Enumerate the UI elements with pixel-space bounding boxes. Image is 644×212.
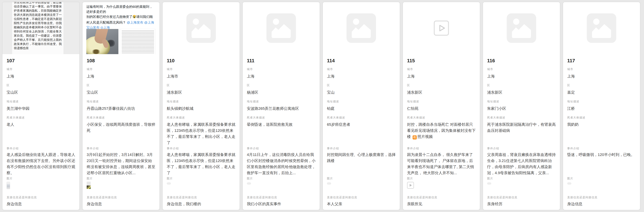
record-number: 108: [87, 58, 95, 64]
record-card[interactable]: 运输有时间，为什么跟居委会的60的菜能到，还好多是烂的 别的区都已经分发过几批物…: [82, 2, 160, 210]
field-label-district: 区: [487, 84, 556, 87]
field-value-address: 朱家门小区: [487, 105, 556, 112]
field-value-deceased: 老人患有哮喘，家属联系居委报备要求就医，12345也表示尽快，但是120依然来不…: [167, 121, 236, 146]
field-label-image: 图片: [567, 177, 636, 180]
field-label-deceased: 死者大体描述: [327, 116, 396, 120]
attachment-thumbnails: [167, 182, 171, 191]
field-value-event: 老人感染后物业街道无人跟进，导致老人在没有救援的情况下去世。另外该小区还有不少阳…: [6, 152, 75, 176]
field-label-direct-or-indirect: 直接信息还是间接信息: [327, 196, 396, 199]
field-value-address: 丹霞山路257弄馨佳园八街坊: [87, 105, 155, 112]
field-label-direct-or-indirect: 直接信息还是间接信息: [487, 196, 556, 199]
field-value-district: 浦东新区: [487, 89, 556, 95]
field-value-direct-or-indirect: 身边信息: [567, 201, 636, 207]
field-label-city: 城市: [327, 68, 396, 71]
field-label-city: 城市: [567, 68, 636, 71]
video-attachment-thumbnail[interactable]: [407, 182, 414, 189]
field-value-deceased: 小区保安，连续两周高强度值班，导致猝死: [87, 121, 155, 134]
field-value-address: 航头镇鹤沙航城: [167, 105, 236, 112]
record-card[interactable]: 115 城市 上海 区 浦东新区 地址描述 仁怡苑 死者大体描述 封控，跳楼自杀…: [402, 2, 480, 210]
image-placeholder-icon: [507, 13, 536, 43]
field-label-deceased: 死者大体描述: [487, 116, 556, 120]
empty-attachment-placeholder: [327, 182, 331, 184]
record-card[interactable]: 116 城市 上海 区 浦东新区 地址描述 朱家门小区 死者大体描述 死于浦东医…: [482, 2, 560, 210]
field-value-direct-or-indirect: 身边信息: [6, 201, 75, 207]
attachment-thumbnails: [247, 182, 251, 191]
image-placeholder-icon: [186, 13, 216, 43]
image-placeholder-icon: [266, 13, 296, 43]
notice-text: 分左右联系上中华西居委会，通过微信语音确认了这一事实。由于需要保护患者家属的隐私…: [14, 2, 62, 50]
field-value-district: 宝山区: [6, 89, 75, 95]
dense-text-thumbnail: [120, 29, 156, 54]
record-number: 115: [407, 58, 415, 64]
record-number: 107: [6, 58, 15, 64]
field-value-city: 上海: [487, 73, 556, 79]
card-cover-media: [323, 2, 400, 54]
empty-attachment-placeholder: [567, 182, 571, 184]
empty-attachment-placeholder: [487, 182, 491, 184]
record-card[interactable]: 111 城市 上海 区 杨浦区 地址描述 安波路265弄兰花教师公寓南区 死者大…: [242, 2, 320, 210]
record-number: 117: [567, 58, 575, 64]
field-value-direct-or-indirect: 我们小区的真实事件: [247, 201, 316, 207]
field-value-district: 浦东新区: [407, 89, 476, 95]
field-label-district: 区: [247, 84, 316, 87]
field-value-city: 上海: [327, 73, 396, 79]
field-value-event: 昏迷，呼吸微弱，120半小时到，已晚。: [567, 152, 636, 158]
field-label-direct-or-indirect: 直接信息还是间接信息: [6, 196, 75, 199]
field-value-deceased: 我奶奶: [567, 121, 636, 127]
field-label-district: 区: [327, 84, 396, 87]
mention-link[interactable]: @上海发布: [127, 21, 143, 24]
field-value-deceased: 65岁癌症患者: [327, 121, 396, 127]
field-value-direct-or-indirect: 身边信息，我们楼的: [167, 201, 236, 207]
field-label-district: 区: [6, 84, 75, 87]
field-label-district: 区: [87, 84, 155, 87]
has-photo-video-badge: 有: [412, 135, 417, 139]
record-card[interactable]: 110 城市 上海市 区 浦东新区 地址描述 航头镇鹤沙航城 死者大体描述 老人…: [162, 2, 240, 210]
tweet-text: 运输有时间，为什么跟居委会的60的菜能到，还好多是烂的 别的区都已经分发过几批物…: [86, 4, 156, 30]
record-card[interactable]: 114 城市 上海 区 宝山 地址描述 铂庭 死者大体描述 65岁癌症患者 事件…: [322, 2, 400, 210]
field-label-city: 城市: [247, 68, 316, 71]
loudly-crying-face-emoji: [132, 15, 136, 20]
field-value-district: 宝山: [327, 89, 396, 95]
rotten-cabbage-photo: [86, 29, 118, 54]
tweet-screenshot: 运输有时间，为什么跟居委会的60的菜能到，还好多是烂的 别的区都已经分发过几批物…: [82, 2, 160, 54]
field-label-direct-or-indirect: 直接信息还是间接信息: [247, 196, 316, 199]
field-label-image: 图片: [167, 177, 236, 180]
field-value-event: 4月11日上午，这位消毒防疫人员在给我们小区封控楼做消杀的时候突然晕倒，小区里有…: [247, 152, 316, 176]
field-label-district: 区: [407, 84, 476, 87]
field-label-district: 区: [567, 84, 636, 87]
record-card[interactable]: 117 城市 上海 区 嘉定 地址描述 江桥 死者大体描述 我奶奶 事件介绍 昏…: [563, 2, 640, 210]
field-label-direct-or-indirect: 直接信息还是间接信息: [407, 196, 476, 199]
field-label-event: 事件介绍: [327, 147, 396, 150]
photo-attachment-thumbnail[interactable]: [6, 182, 10, 189]
record-number: 114: [327, 58, 335, 64]
field-label-direct-or-indirect: 直接信息还是间接信息: [167, 196, 236, 199]
empty-attachment-placeholder: [167, 182, 171, 184]
field-label-address: 地址描述: [327, 100, 396, 103]
field-label-event: 事件介绍: [6, 147, 75, 150]
field-value-city: 上海: [407, 73, 476, 79]
field-value-district: 杨浦区: [247, 89, 316, 95]
field-value-city: 上海市: [167, 73, 236, 79]
field-label-address: 地址描述: [87, 100, 155, 103]
field-value-direct-or-indirect: 亲眼所见: [407, 201, 476, 207]
field-label-address: 地址描述: [567, 100, 636, 103]
field-label-city: 城市: [487, 68, 556, 71]
field-label-image: 图片: [247, 177, 316, 180]
photo-attachment-thumbnails[interactable]: [87, 182, 91, 189]
field-label-event: 事件介绍: [487, 147, 556, 150]
record-card[interactable]: 分左右联系上中华西居委会，通过微信语音确认了这一事实。由于需要保护患者家属的隐私…: [2, 2, 80, 210]
field-label-deceased: 死者大体描述: [167, 116, 236, 120]
location-link[interactable]: ◎上海: [100, 26, 110, 29]
field-label-address: 地址描述: [247, 100, 316, 103]
field-label-address: 地址描述: [407, 100, 476, 103]
field-value-event: 封控期间因生理、心理上极度痛苦，选择跳楼: [327, 152, 396, 164]
field-value-city: 上海: [247, 73, 316, 79]
field-value-city: 上海: [87, 73, 155, 79]
attachment-thumbnails: [6, 182, 10, 191]
field-label-image: 图片: [87, 177, 155, 180]
attachment-thumbnails: [487, 182, 491, 191]
image-placeholder-icon: [346, 13, 376, 43]
field-label-address: 地址描述: [167, 100, 236, 103]
field-value-city: 上海: [567, 73, 636, 79]
field-value-direct-or-indirect: 亲身经历: [487, 201, 556, 207]
